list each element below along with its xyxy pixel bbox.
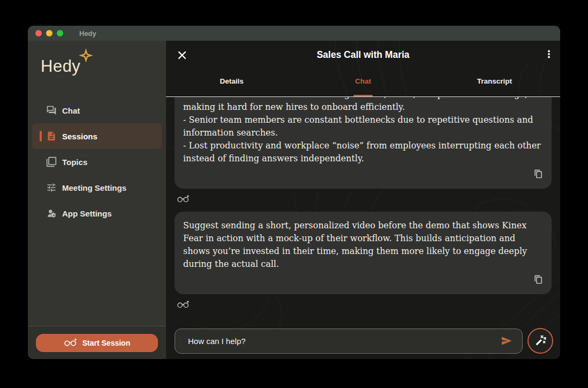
logo-text: Hedy <box>41 57 80 76</box>
kebab-menu-icon[interactable] <box>543 49 555 61</box>
active-indicator <box>40 131 42 141</box>
sidebar-nav: Chat Sessions Topics <box>28 98 166 226</box>
session-header: Sales Call with Maria Details Chat Trans… <box>166 41 560 97</box>
sidebar-item-label: Topics <box>62 158 87 167</box>
start-session-button[interactable]: Start Session <box>36 334 158 352</box>
tab-transcript[interactable]: Transcript <box>429 77 560 85</box>
copy-icon[interactable] <box>533 275 543 285</box>
message-text: Suggest sending a short, personalized vi… <box>183 219 543 271</box>
tab-details[interactable]: Details <box>166 77 297 85</box>
sidebar-item-app-settings[interactable]: App Settings <box>32 200 162 226</box>
assistant-message-card: Suggest sending a short, personalized vi… <box>175 212 552 294</box>
window-title: Hedy <box>79 29 96 38</box>
session-panel: Sales Call with Maria Details Chat Trans… <box>166 41 560 359</box>
tab-bar: Details Chat Transcript <box>166 77 560 85</box>
chat-bubbles-icon <box>46 105 57 116</box>
sidebar-item-label: Chat <box>62 106 80 115</box>
chat-composer <box>175 329 523 354</box>
sidebar-item-meeting-settings[interactable]: Meeting Settings <box>32 175 162 200</box>
send-icon[interactable] <box>500 334 514 348</box>
close-window-button[interactable] <box>35 30 42 36</box>
sidebar-item-label: Sessions <box>62 132 97 141</box>
chat-message-list: - Information is scattered across Google… <box>166 97 560 322</box>
titlebar: Hedy <box>28 26 560 41</box>
sidebar-item-sessions[interactable]: Sessions <box>32 123 162 149</box>
assistant-message-card: - Information is scattered across Google… <box>175 97 552 189</box>
sliders-icon <box>46 182 57 193</box>
sidebar-item-topics[interactable]: Topics <box>32 149 162 175</box>
zoom-window-button[interactable] <box>57 30 63 36</box>
sidebar-footer: Start Session <box>28 326 166 359</box>
glasses-sparkle-icon <box>177 300 552 309</box>
glasses-icon <box>64 338 77 348</box>
stacked-pages-icon <box>46 156 57 167</box>
sidebar-item-label: App Settings <box>62 209 112 218</box>
chat-input[interactable] <box>175 329 500 353</box>
message-text: - Information is scattered across Google… <box>183 97 543 165</box>
document-icon <box>46 131 57 141</box>
desktop: Hedy Hedy Chat <box>0 0 588 388</box>
minimize-window-button[interactable] <box>46 30 52 36</box>
hedy-app-window: Hedy Hedy Chat <box>28 26 560 359</box>
sparkle-icon <box>79 48 93 65</box>
active-tab-indicator <box>353 95 373 97</box>
sidebar-item-chat[interactable]: Chat <box>32 98 162 123</box>
tab-chat[interactable]: Chat <box>297 77 428 85</box>
app-logo: Hedy <box>28 41 124 76</box>
tab-chat-label: Chat <box>355 77 371 85</box>
page-title: Sales Call with Maria <box>166 49 560 61</box>
magic-wand-icon[interactable] <box>527 328 553 354</box>
sidebar: Hedy Chat <box>28 41 166 359</box>
glasses-sparkle-icon <box>177 194 552 203</box>
copy-icon[interactable] <box>533 169 543 179</box>
start-session-label: Start Session <box>82 339 130 347</box>
user-gear-icon <box>46 208 57 219</box>
sidebar-item-label: Meeting Settings <box>62 183 126 192</box>
